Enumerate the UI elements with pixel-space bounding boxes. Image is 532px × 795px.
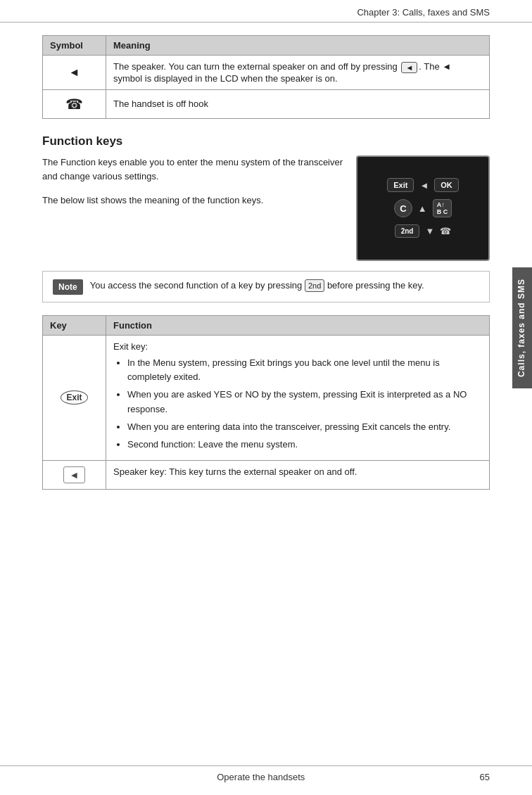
exit-function-title: Exit key:	[113, 341, 482, 352]
key-cell-exit: Exit	[43, 335, 106, 461]
speaker-function-text: Speaker key: This key turns the external…	[113, 466, 357, 477]
handset-icon: ☎	[65, 96, 83, 113]
main-content: Symbol Meaning ◄ The speaker. You can tu…	[0, 23, 532, 547]
phone-img-icon: ☎	[440, 226, 451, 236]
abc-btn-img: A↑B C	[433, 199, 452, 217]
page-footer: Operate the handsets 65	[0, 765, 532, 782]
device-row-3: 2nd ▼ ☎	[395, 224, 452, 238]
key-table: Key Function Exit Exit key: In the Menu …	[42, 315, 490, 490]
note-box: Note You access the second function of a…	[42, 271, 490, 303]
exit-key-icon: Exit	[61, 390, 87, 405]
function-keys-intro-text: The Function keys enable you to enter th…	[42, 155, 345, 261]
table-row: Exit Exit key: In the Menu system, press…	[43, 335, 490, 461]
fk-intro-para: The Function keys enable you to enter th…	[42, 155, 345, 184]
note-label: Note	[53, 279, 83, 295]
table-row: ◄ The speaker. You can turn the external…	[43, 56, 490, 90]
symbol-cell-speaker: ◄	[43, 56, 106, 90]
side-tab: Calls, faxes and SMS	[512, 267, 532, 388]
symbol-table: Symbol Meaning ◄ The speaker. You can tu…	[42, 35, 490, 119]
meaning-cell-handset: The handset is off hook	[106, 89, 490, 118]
table-row: ☎ The handset is off hook	[43, 89, 490, 118]
fk-below-para: The below list shows the meaning of the …	[42, 193, 345, 208]
meaning-col-header: Meaning	[106, 36, 490, 56]
speaker-icon: ◄	[69, 66, 80, 78]
footer-center-text: Operate the handsets	[42, 772, 480, 782]
symbol-col-header: Symbol	[43, 36, 106, 56]
footer-page-number: 65	[480, 772, 490, 782]
function-col-header: Function	[106, 315, 490, 335]
function-keys-intro: The Function keys enable you to enter th…	[42, 155, 490, 261]
page-header: Chapter 3: Calls, faxes and SMS	[0, 0, 532, 23]
c-btn-img: C	[394, 199, 412, 217]
exit-bullet-list: In the Menu system, pressing Exit brings…	[113, 356, 482, 452]
down-arrow-img: ▼	[425, 226, 434, 236]
device-row-1: Exit ◄ OK	[387, 178, 459, 192]
meaning-text-1: The speaker. You can turn the external s…	[113, 61, 451, 84]
speaker-key-inline: ◄	[401, 62, 417, 73]
up-arrow-img: ▲	[418, 203, 427, 214]
exit-btn-img: Exit	[387, 178, 414, 192]
speaker-img-icon: ◄	[419, 180, 429, 191]
device-image: Exit ◄ OK C ▲ A↑B C 2nd ▼ ☎	[356, 155, 490, 261]
meaning-text-2: The handset is off hook	[113, 98, 208, 109]
list-item: In the Menu system, pressing Exit brings…	[127, 356, 482, 386]
side-tab-label: Calls, faxes and SMS	[517, 279, 526, 377]
speaker-key-icon: ◄	[63, 466, 86, 483]
function-cell-speaker: Speaker key: This key turns the external…	[106, 461, 490, 490]
table-row: ◄ Speaker key: This key turns the extern…	[43, 461, 490, 490]
key-col-header: Key	[43, 315, 106, 335]
device-row-2: C ▲ A↑B C	[394, 199, 452, 217]
function-cell-exit: Exit key: In the Menu system, pressing E…	[106, 335, 490, 461]
list-item: Second function: Leave the menu system.	[127, 438, 482, 452]
note-text-after: before pressing the key.	[327, 280, 424, 291]
2nd-key-inline: 2nd	[305, 279, 324, 293]
function-keys-title: Function keys	[42, 134, 490, 148]
chapter-title: Chapter 3: Calls, faxes and SMS	[357, 7, 490, 18]
2nd-btn-img: 2nd	[395, 224, 420, 238]
device-image-inner: Exit ◄ OK C ▲ A↑B C 2nd ▼ ☎	[357, 157, 488, 260]
symbol-cell-handset: ☎	[43, 89, 106, 118]
key-cell-speaker: ◄	[43, 461, 106, 490]
ok-btn-img: OK	[434, 178, 459, 192]
note-text: You access the second function of a key …	[90, 279, 479, 293]
note-text-before: You access the second function of a key …	[90, 280, 303, 291]
list-item: When you are asked YES or NO by the syst…	[127, 388, 482, 417]
list-item: When you are entering data into the tran…	[127, 420, 482, 435]
meaning-cell-speaker: The speaker. You can turn the external s…	[106, 56, 490, 90]
